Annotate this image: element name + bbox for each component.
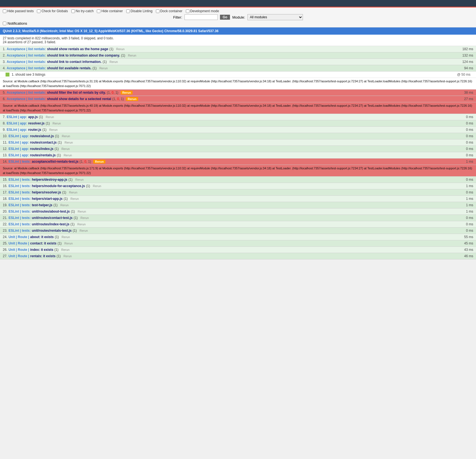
check-globals-checkbox[interactable] [37, 9, 40, 13]
filter-input[interactable] [184, 14, 218, 20]
rerun-button[interactable]: Rerun [69, 191, 78, 194]
rerun-button[interactable]: Rerun [45, 115, 55, 119]
test-row: 17.ESLint | tests:helpers/resolver.js (1… [0, 189, 476, 196]
test-module: Unit | Route | [9, 254, 29, 258]
test-time: 45 ms [464, 241, 473, 245]
rerun-button[interactable]: Rerun [52, 122, 61, 125]
test-module: ESLint | tests: [9, 160, 31, 164]
test-name: acceptance/list-rentals-test.js [32, 160, 79, 164]
test-count: (1) [86, 184, 90, 188]
test-num: 13. [3, 153, 7, 157]
go-button[interactable]: Go [220, 15, 230, 20]
test-name: routes/about.js [30, 134, 54, 138]
checkbox-disable-linting: Disable Linting [126, 9, 153, 13]
checkbox-check-globals: Check for Globals [37, 9, 68, 13]
test-time: 0 ms [466, 190, 473, 194]
test-module: ESLint | app: [9, 147, 29, 151]
rerun-button[interactable]: Rerun [127, 54, 137, 57]
dock-container-checkbox[interactable] [156, 9, 159, 13]
test-num: 20. [3, 210, 7, 213]
notifications-checkbox[interactable] [3, 22, 6, 25]
test-name: helpers/module-for-acceptance.js [32, 184, 85, 188]
rerun-button[interactable]: Rerun [61, 147, 70, 151]
test-module: ESLint | tests: [9, 197, 31, 201]
test-time: 46 ms [464, 254, 473, 258]
rerun-button[interactable]: Rerun [126, 97, 138, 101]
test-row: 7.ESLint | app:app.js (1)Rerun0 ms [0, 114, 476, 120]
hide-passed-checkbox[interactable] [3, 9, 6, 13]
test-module: ESLint | app: [9, 134, 29, 138]
rerun-button[interactable]: Rerun [109, 60, 118, 63]
test-time: 0 ms [466, 147, 473, 151]
module-select[interactable]: All modules [247, 14, 303, 20]
rerun-button[interactable]: Rerun [63, 254, 72, 258]
rerun-button[interactable]: Rerun [80, 216, 89, 220]
disable-linting-checkbox[interactable] [126, 9, 130, 13]
hide-container-checkbox[interactable] [97, 9, 100, 13]
rerun-button[interactable]: Rerun [77, 210, 87, 213]
test-count: (1) [57, 254, 61, 258]
development-mode-checkbox[interactable] [186, 9, 189, 13]
test-count: (1) [42, 128, 47, 132]
toolbar: Hide passed tests Check for Globals No t… [0, 7, 476, 27]
test-name: unit/routes/contact-test.js [32, 216, 73, 220]
test-num: 27. [3, 254, 7, 258]
rerun-button[interactable]: Rerun [77, 223, 86, 226]
rerun-button[interactable]: Rerun [49, 128, 58, 131]
test-module: ESLint | tests: [9, 229, 31, 233]
rerun-button[interactable]: Rerun [92, 184, 102, 188]
test-count: (1, 0, 1) [107, 91, 118, 95]
test-count: (1) [93, 66, 97, 70]
test-count: (1) [55, 235, 59, 239]
test-row: 8.ESLint | app:resolver.js (1)Rerun0 ms [0, 120, 476, 127]
test-module: Acceptance | list rentals: [7, 47, 46, 51]
test-time: 124 ms [462, 60, 473, 64]
test-row: 6.Acceptance | list rentals:should show … [0, 96, 476, 102]
test-num: 18. [3, 197, 7, 201]
rerun-button[interactable]: Rerun [61, 248, 70, 251]
test-num: 19. [3, 203, 7, 207]
test-name: contact: it exists [30, 241, 57, 245]
rerun-button[interactable]: Rerun [121, 91, 133, 95]
rerun-button[interactable]: Rerun [93, 160, 105, 164]
test-row: 3.Acceptance | list rentals:should link … [0, 59, 476, 65]
test-num: 14. [3, 160, 7, 164]
rerun-button[interactable]: Rerun [61, 235, 70, 239]
checkbox-hide-passed: Hide passed tests [3, 9, 34, 13]
test-count: (1) [57, 241, 62, 245]
test-module: ESLint | app: [7, 128, 27, 132]
rerun-button[interactable]: Rerun [99, 67, 108, 70]
rerun-button[interactable]: Rerun [64, 141, 74, 144]
test-module: ESLint | app: [7, 121, 27, 125]
test-module: Unit | Route | [9, 235, 29, 239]
rerun-button[interactable]: Rerun [70, 197, 79, 200]
test-time: 1 ms [466, 197, 473, 201]
rerun-button[interactable]: Rerun [64, 242, 73, 245]
test-time: 1 ms [466, 184, 473, 188]
test-count: (1) [55, 134, 59, 138]
rerun-button[interactable]: Rerun [116, 47, 125, 51]
filter-label: Filter: [173, 15, 182, 19]
rerun-button[interactable]: Rerun [60, 203, 69, 207]
filter-row: Filter: Go Module: All modules [3, 14, 473, 20]
rerun-button[interactable]: Rerun [75, 178, 84, 181]
test-name: routes/rentals.js [30, 153, 56, 157]
test-time: 0 ms [466, 229, 473, 233]
rerun-button[interactable]: Rerun [63, 154, 72, 157]
test-row: 19.ESLint | tests:test-helper.js (1)Reru… [0, 202, 476, 208]
test-num: 5. [3, 91, 6, 95]
test-num: 11. [3, 141, 7, 144]
test-count: (1) [64, 197, 68, 201]
test-num: 26. [3, 248, 7, 252]
rerun-button[interactable]: Rerun [79, 229, 88, 232]
test-name: should show details for a selected renta… [47, 97, 111, 101]
no-try-catch-checkbox[interactable] [71, 9, 75, 13]
rerun-button[interactable]: Rerun [61, 134, 71, 138]
test-name: app.js [28, 115, 38, 119]
test-count: (1, 0, 1) [112, 97, 124, 101]
test-name: should show rentals as the home page [47, 47, 108, 51]
test-num: 23. [3, 229, 7, 233]
summary: 27 tests completed in 822 milliseconds, … [0, 35, 476, 46]
test-count: (1) [69, 178, 73, 182]
test-row: 16.ESLint | tests:helpers/module-for-acc… [0, 183, 476, 189]
